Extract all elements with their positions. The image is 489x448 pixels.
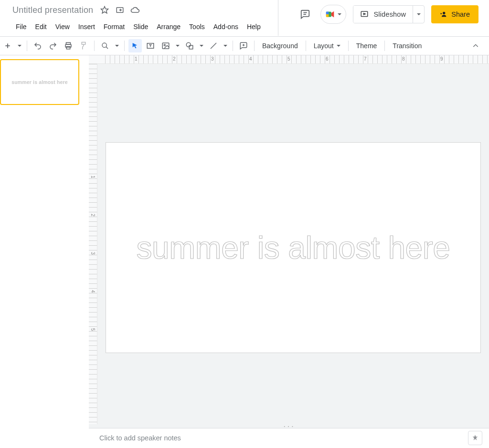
undo-button[interactable] <box>31 39 44 52</box>
print-button[interactable] <box>62 39 75 52</box>
notes-drag-handle[interactable]: • • • <box>89 424 489 428</box>
menu-insert[interactable]: Insert <box>74 21 99 32</box>
menu-addons[interactable]: Add-ons <box>209 21 243 32</box>
separator <box>27 41 27 51</box>
svg-point-17 <box>102 43 106 47</box>
shape-dropdown[interactable] <box>198 39 205 52</box>
shape-tool[interactable] <box>183 39 196 52</box>
layout-button[interactable]: Layout <box>309 42 345 50</box>
canvas-area[interactable]: summer is almost here <box>97 64 489 424</box>
share-label: Share <box>451 10 470 18</box>
collapse-toolbar-button[interactable] <box>466 39 485 52</box>
ruler-v-tick: 2 <box>90 214 96 217</box>
theme-button[interactable]: Theme <box>351 42 382 50</box>
cloud-status-icon[interactable] <box>130 5 140 15</box>
horizontal-ruler[interactable]: 1 2 3 4 5 6 7 8 9 <box>89 55 489 64</box>
image-dropdown[interactable] <box>174 39 181 52</box>
slide-thumbnail[interactable]: summer is almost here <box>0 59 79 105</box>
redo-button[interactable] <box>46 39 60 52</box>
ruler-v-tick: 3 <box>90 252 96 255</box>
meet-button[interactable] <box>320 5 346 24</box>
move-icon[interactable] <box>115 5 125 15</box>
separator <box>94 41 95 51</box>
ruler-h-tick: 7 <box>364 56 367 62</box>
comment-tool[interactable] <box>237 39 250 52</box>
share-button[interactable]: Share <box>431 5 478 23</box>
slideshow-dropdown[interactable] <box>413 6 424 23</box>
ruler-h-tick: 6 <box>326 56 329 62</box>
line-tool[interactable] <box>207 39 220 52</box>
separator <box>124 41 125 51</box>
menu-slide[interactable]: Slide <box>129 21 152 32</box>
thumbnail-panel: summer is almost here <box>0 55 89 448</box>
svg-marker-9 <box>364 13 366 15</box>
chevron-down-icon <box>115 45 119 47</box>
ruler-h-tick: 3 <box>211 56 214 62</box>
new-slide-dropdown[interactable] <box>16 39 23 52</box>
svg-point-24 <box>186 42 191 47</box>
chevron-down-icon <box>223 45 227 47</box>
ruler-h-tick: 2 <box>173 56 176 62</box>
menu-edit[interactable]: Edit <box>31 21 51 32</box>
menu-arrange[interactable]: Arrange <box>152 21 185 32</box>
menu-tools[interactable]: Tools <box>185 21 209 32</box>
image-tool[interactable] <box>159 39 172 52</box>
menu-file[interactable]: File <box>11 21 31 32</box>
chevron-down-icon <box>417 13 421 15</box>
person-add-icon <box>440 10 447 18</box>
ruler-h-tick: 5 <box>287 56 290 62</box>
chevron-down-icon <box>337 45 340 47</box>
comments-icon[interactable] <box>297 6 314 23</box>
speaker-notes[interactable]: Click to add speaker notes <box>89 428 489 448</box>
ruler-h-tick: 4 <box>249 56 252 62</box>
thumbnail-text: summer is almost here <box>11 79 68 85</box>
textbox-tool[interactable] <box>144 39 157 52</box>
new-slide-button[interactable] <box>1 39 14 52</box>
header-divider <box>278 0 278 36</box>
separator <box>384 41 385 51</box>
svg-marker-0 <box>101 7 108 13</box>
menu-view[interactable]: View <box>51 21 74 32</box>
ruler-h-tick: 9 <box>440 56 443 62</box>
svg-rect-6 <box>326 14 329 17</box>
menu-help[interactable]: Help <box>243 21 265 32</box>
doc-title[interactable]: Untitled presentation <box>12 5 93 15</box>
slide-canvas[interactable]: summer is almost here <box>106 142 481 353</box>
separator <box>306 41 306 51</box>
separator <box>254 41 255 51</box>
explore-button[interactable] <box>468 431 482 445</box>
star-icon[interactable] <box>100 5 109 15</box>
svg-rect-16 <box>82 42 85 45</box>
zoom-button[interactable] <box>98 39 112 52</box>
ruler-h-tick: 1 <box>135 56 138 62</box>
transition-button[interactable]: Transition <box>388 42 426 50</box>
meet-caret-icon <box>338 13 341 15</box>
background-button[interactable]: Background <box>257 42 303 50</box>
vertical-ruler[interactable]: 1 2 3 4 5 <box>89 64 97 424</box>
toolbar: Background Layout Theme Transition <box>0 36 489 55</box>
menu-format[interactable]: Format <box>99 21 129 32</box>
select-tool[interactable] <box>128 39 142 52</box>
paint-format-button[interactable] <box>77 39 90 52</box>
chevron-down-icon <box>200 45 203 47</box>
svg-rect-25 <box>189 45 193 49</box>
layout-label: Layout <box>314 42 334 50</box>
line-dropdown[interactable] <box>222 39 229 52</box>
separator <box>233 41 233 51</box>
svg-line-26 <box>211 43 216 49</box>
separator <box>348 41 349 51</box>
chevron-down-icon <box>18 45 21 47</box>
ruler-v-tick: 5 <box>90 328 96 331</box>
svg-point-10 <box>443 12 445 14</box>
svg-line-18 <box>106 47 108 49</box>
slideshow-label: Slideshow <box>373 10 406 18</box>
ruler-h-tick: 8 <box>402 56 405 62</box>
zoom-dropdown[interactable] <box>114 39 120 52</box>
present-icon <box>360 10 369 19</box>
svg-marker-7 <box>331 11 334 18</box>
slideshow-button[interactable]: Slideshow <box>353 6 413 23</box>
svg-rect-5 <box>326 12 329 15</box>
ruler-v-tick: 1 <box>90 176 96 178</box>
slide-wordart-text[interactable]: summer is almost here <box>136 229 450 266</box>
chevron-down-icon <box>176 45 180 47</box>
